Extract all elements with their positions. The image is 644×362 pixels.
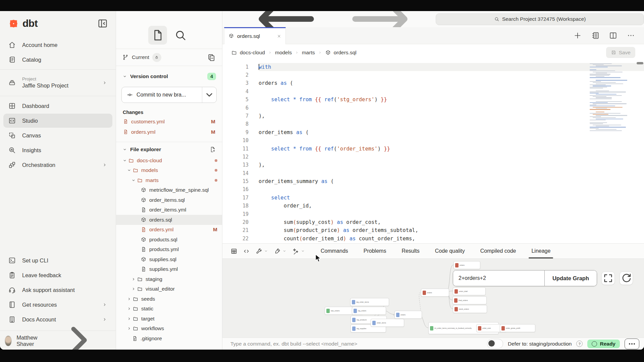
collapse-sidebar-button[interactable] (97, 18, 108, 29)
code-line[interactable]: 2 (222, 71, 644, 79)
panel-tab-commands[interactable]: Commands (321, 244, 348, 258)
tree-item-supplies-yml[interactable]: supplies.yml (116, 264, 222, 275)
brush-tool-button[interactable] (274, 248, 287, 255)
code-line[interactable]: 17 select (222, 194, 644, 202)
panel-tab-results[interactable]: Results (401, 244, 419, 258)
tree-item-visual-editor[interactable]: visual_editor (116, 284, 222, 294)
code-line[interactable]: 8 (222, 120, 644, 128)
user-menu[interactable]: Matthew Shaver (0, 332, 116, 350)
commit-button[interactable]: Commit to new bra... (121, 87, 217, 103)
tree-item-docs-cloud[interactable]: docs-cloud (116, 156, 222, 166)
code-line[interactable]: 3orders as ( (222, 79, 644, 87)
file-explorer-header[interactable]: File explorer (116, 142, 222, 155)
code-line[interactable]: 4 (222, 87, 644, 96)
table-tool-button[interactable] (230, 248, 237, 255)
lineage-selector-input[interactable] (453, 270, 544, 286)
notebook-icon[interactable] (591, 31, 600, 40)
panel-tab-lineage[interactable]: Lineage (531, 244, 550, 258)
lineage-node-stg-order-items[interactable]: stg_order_items (350, 298, 389, 306)
tree-item-marts[interactable]: marts (116, 175, 222, 185)
lineage-node-orders[interactable]: orders (421, 289, 449, 297)
files-view-button[interactable] (148, 26, 167, 45)
sparkles-tool-button[interactable] (292, 248, 305, 255)
code-line[interactable]: 16 (222, 185, 644, 193)
code-editor[interactable]: 1with23orders as (45 select * from {{ re… (222, 61, 644, 244)
sidebar-item-studio[interactable]: Studio (3, 114, 112, 128)
tree-item-seeds[interactable]: seeds (116, 294, 222, 304)
panel-tab-compiled-code[interactable]: Compiled code (480, 244, 516, 258)
sidebar-item-insights[interactable]: Insights (3, 143, 112, 157)
refresh-graph-button[interactable] (620, 272, 633, 285)
sidebar-item-jaffle-shop-project[interactable]: ProjectJaffle Shop Project (3, 72, 112, 93)
code-line[interactable]: 22 count(order_item_id) as count_order_i… (222, 235, 644, 243)
panel-tab-code-quality[interactable]: Code quality (435, 244, 465, 258)
breadcrumb-item[interactable]: models (275, 50, 292, 56)
code-line[interactable]: 9order_items as ( (222, 128, 644, 136)
tree-item-order-items-sql[interactable]: order_items.sql (116, 195, 222, 205)
help-icon[interactable]: ? (576, 341, 583, 347)
command-input[interactable] (230, 341, 482, 347)
code-line[interactable]: 15order_items_summary as ( (222, 177, 644, 185)
tree-item-products-yml[interactable]: products.yml (116, 245, 222, 255)
changed-file-customers-yml[interactable]: customers.ymlM (116, 116, 222, 127)
code-line[interactable]: 6 (222, 104, 644, 112)
lineage-node-union-total[interactable]: union_total (453, 287, 486, 295)
tree-item-static[interactable]: static (116, 304, 222, 314)
tree-item-supplies-sql[interactable]: supplies.sql (116, 254, 222, 264)
sidebar-item-catalog[interactable]: Catalog (3, 53, 112, 67)
lineage-node-order-gross-profit[interactable]: order_gross_profit (500, 324, 535, 332)
new-file-icon[interactable] (209, 146, 216, 153)
lineage-node-order-items[interactable]: order_items (371, 319, 404, 327)
lineage-node-stock-orders[interactable]: stock_orders (453, 305, 487, 313)
code-tool-button[interactable] (243, 248, 250, 255)
tree-item-target[interactable]: target (116, 314, 222, 324)
status-more-button[interactable] (625, 339, 639, 349)
more-options-icon[interactable] (627, 31, 635, 40)
tree-item-orders-sql[interactable]: orders.sql (116, 215, 222, 225)
search-view-button[interactable] (171, 26, 190, 45)
code-line[interactable]: 12 (222, 153, 644, 161)
changed-file-orders-yml[interactable]: orders.ymlM (116, 127, 222, 137)
tree-item-products-sql[interactable]: products.sql (116, 235, 222, 245)
tree-item-order-items-yml[interactable]: order_items.yml (116, 205, 222, 215)
copy-branch-button[interactable] (207, 53, 216, 62)
scrollbar-thumb[interactable] (637, 62, 643, 64)
lineage-node-final-orders[interactable]: final_orders (452, 296, 487, 304)
new-tab-icon[interactable] (573, 31, 582, 40)
breadcrumb-item[interactable]: docs-cloud (240, 50, 265, 56)
code-line[interactable]: 1with (222, 63, 644, 71)
breadcrumb-item[interactable]: orders.sql (334, 50, 357, 56)
lineage-node-stg-orders[interactable]: stg_orders (352, 307, 386, 315)
project-search-bar[interactable]: Search Project 372475 (Workspace) (436, 13, 644, 25)
version-control-header[interactable]: Version control 4 (116, 66, 222, 82)
split-editor-icon[interactable] (609, 31, 618, 40)
code-line[interactable]: 5 select * from {{ ref('stg_orders') }} (222, 96, 644, 104)
sidebar-item-ask-support-assistant[interactable]: Ask support assistant (3, 283, 112, 297)
tree-item-gitignore[interactable]: .gitignore (116, 334, 222, 344)
sidebar-item-dashboard[interactable]: Dashboard (3, 99, 112, 113)
commit-options-button[interactable] (202, 87, 216, 103)
panel-tab-problems[interactable]: Problems (364, 244, 386, 258)
breadcrumb-item[interactable]: marts (302, 50, 315, 56)
code-line[interactable]: 18 order_id, (222, 202, 644, 210)
code-line[interactable]: 19 (222, 210, 644, 218)
sidebar-item-orchestration[interactable]: Orchestration (3, 158, 112, 172)
sidebar-item-leave-feedback[interactable]: Leave feedback (3, 268, 112, 282)
tree-item-models[interactable]: models (116, 166, 222, 176)
lineage-canvas[interactable]: raw_ordersstg_order_itemsstg_ordersstg_p… (222, 258, 644, 338)
sidebar-item-canvas[interactable]: Canvas (3, 128, 112, 142)
update-graph-button[interactable]: Update Graph (544, 270, 597, 286)
code-line[interactable]: 11 select * from {{ ref('order_items') }… (222, 145, 644, 153)
tree-item-workflows[interactable]: workflows (116, 324, 222, 334)
close-tab-icon[interactable] (277, 34, 281, 39)
code-line[interactable]: 20 sum(supply_cost) as order_cost, (222, 218, 644, 226)
tab-orders-sql[interactable]: orders.sql (224, 27, 286, 44)
wrench-tool-button[interactable] (255, 248, 268, 255)
tree-item-staging[interactable]: staging (116, 274, 222, 284)
sidebar-item-account-home[interactable]: Account home (3, 38, 112, 52)
code-line[interactable]: 14 (222, 169, 644, 177)
sidebar-item-set-up-cli[interactable]: Set up CLI (3, 253, 112, 267)
tree-item-metricflow-time-spine-sql[interactable]: metricflow_time_spine.sql (116, 185, 222, 195)
code-line[interactable]: 13), (222, 161, 644, 169)
defer-toggle[interactable] (487, 339, 503, 349)
